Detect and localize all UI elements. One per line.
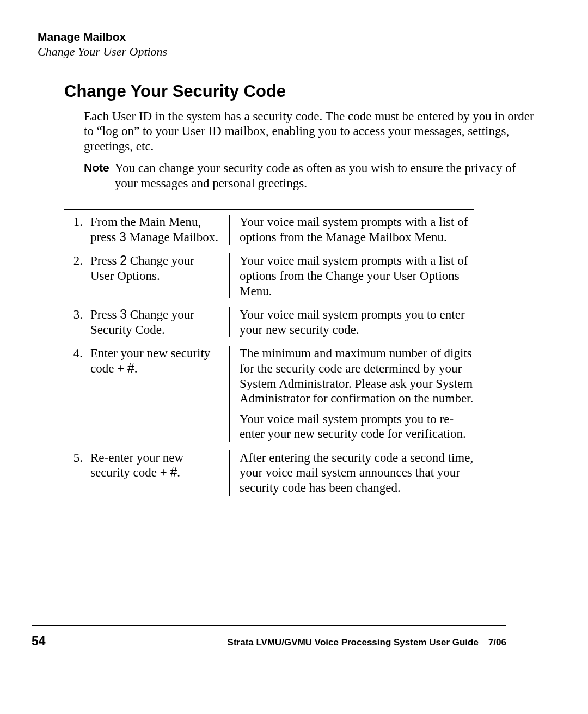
page-number: 54 [32, 634, 46, 649]
intro-paragraph: Each User ID in the system has a securit… [84, 109, 539, 154]
page-content: Manage Mailbox Change Your User Options … [0, 0, 588, 714]
step-number: 3. [64, 307, 90, 337]
step-action: Enter your new security code + #. [90, 346, 229, 442]
step-description-text: Your voice mail system prompts with a li… [240, 253, 474, 298]
step-action-text: Press [90, 308, 120, 321]
step-action-text: . [134, 362, 138, 375]
step-description: Your voice mail system prompts with a li… [229, 215, 474, 245]
step-row: 4. Enter your new security code + #. The… [64, 341, 474, 446]
step-description-text: Your voice mail system prompts you to en… [240, 307, 474, 337]
note-text: You can change your security code as oft… [115, 161, 539, 192]
key-digit: 2 [120, 253, 127, 267]
step-action: Press 3 Change your Security Code. [90, 307, 229, 337]
step-description: Your voice mail system prompts you to en… [229, 307, 474, 337]
header-section: Change Your User Options [38, 44, 555, 60]
page-footer: 54 Strata LVMU/GVMU Voice Processing Sys… [32, 625, 506, 649]
steps-table: 1. From the Main Menu, press 3 Manage Ma… [64, 209, 474, 500]
step-action: From the Main Menu, press 3 Manage Mailb… [90, 215, 229, 245]
key-digit: 3 [120, 307, 127, 321]
footer-line: 54 Strata LVMU/GVMU Voice Processing Sys… [32, 634, 506, 649]
footer-guide-text: Strata LVMU/GVMU Voice Processing System… [228, 637, 506, 648]
note-label: Note [84, 161, 115, 192]
step-description-text: Your voice mail system prompts you to re… [240, 412, 474, 442]
step-row: 5. Re-enter your new security code + #. … [64, 446, 474, 500]
step-row: 3. Press 3 Change your Security Code. Yo… [64, 303, 474, 341]
step-description: After entering the security code a secon… [229, 450, 474, 496]
note-block: Note You can change your security code a… [84, 161, 539, 192]
step-action: Press 2 Change your User Options. [90, 253, 229, 298]
key-digit: 3 [119, 230, 126, 244]
step-description-text: Your voice mail system prompts with a li… [240, 215, 474, 245]
footer-rule [32, 625, 506, 626]
step-action-text: Enter your new security code + [90, 346, 210, 375]
step-action-text: Manage Mailbox. [126, 230, 218, 244]
step-description-text: The minimum and maximum number of digits… [240, 346, 474, 406]
step-action: Re-enter your new security code + #. [90, 450, 229, 496]
step-description-text: After entering the security code a secon… [240, 450, 474, 496]
step-row: 1. From the Main Menu, press 3 Manage Ma… [64, 210, 474, 249]
step-action-text: Press [90, 254, 120, 267]
key-symbol: # [170, 465, 177, 479]
step-description: The minimum and maximum number of digits… [229, 346, 474, 442]
page-title: Change Your Security Code [64, 82, 555, 101]
step-number: 1. [64, 215, 90, 245]
step-number: 5. [64, 450, 90, 496]
running-header: Manage Mailbox Change Your User Options [32, 29, 555, 60]
footer-date: 7/06 [479, 637, 506, 648]
step-action-text: . [177, 466, 180, 479]
step-description: Your voice mail system prompts with a li… [229, 253, 474, 298]
step-number: 4. [64, 346, 90, 442]
footer-guide-title: Strata LVMU/GVMU Voice Processing System… [228, 637, 479, 648]
key-symbol: # [127, 361, 134, 375]
step-number: 2. [64, 253, 90, 298]
step-row: 2. Press 2 Change your User Options. You… [64, 249, 474, 303]
header-chapter: Manage Mailbox [38, 29, 555, 44]
